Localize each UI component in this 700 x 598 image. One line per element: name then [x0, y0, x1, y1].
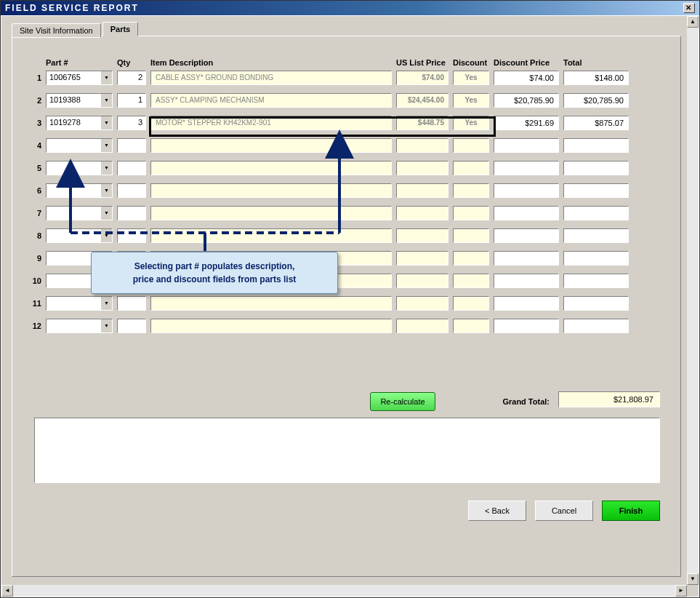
total-cell: [563, 183, 629, 198]
part-number-value: [47, 229, 100, 242]
qty-input[interactable]: 1: [117, 93, 146, 108]
part-number-dropdown[interactable]: 1019388▼: [46, 93, 113, 108]
chevron-down-icon[interactable]: ▼: [100, 207, 112, 220]
window-title: FIELD SERVICE REPORT: [5, 3, 139, 13]
part-number-value: [47, 319, 100, 332]
part-number-dropdown[interactable]: ▼: [46, 161, 113, 175]
discount-cell: [453, 228, 489, 243]
discount-cell: [453, 138, 489, 153]
part-number-dropdown[interactable]: ▼: [46, 138, 113, 153]
tabs: Site Visit Information Parts: [12, 22, 681, 36]
part-number-value: [47, 297, 100, 310]
scroll-left-button[interactable]: ◄: [1, 585, 13, 597]
scroll-up-button[interactable]: ▲: [687, 16, 699, 28]
tab-site-visit[interactable]: Site Visit Information: [12, 23, 101, 38]
row-number: 8: [27, 231, 46, 240]
discount-cell: Yes: [453, 93, 489, 108]
list-price-cell: [396, 206, 448, 220]
scroll-right-button[interactable]: ►: [675, 585, 687, 597]
part-number-dropdown[interactable]: 1019278▼: [46, 116, 113, 130]
part-number-dropdown[interactable]: ▼: [46, 319, 113, 333]
part-number-dropdown[interactable]: ▼: [46, 183, 113, 198]
table-row: 11▼: [27, 295, 666, 311]
back-button[interactable]: < Back: [468, 501, 526, 521]
discount-price-cell: [494, 319, 559, 333]
chevron-down-icon[interactable]: ▼: [100, 139, 112, 152]
qty-input[interactable]: 2: [117, 71, 146, 85]
parts-grid: Part # Qty Item Description US List Pric…: [27, 58, 666, 334]
table-row: 4▼: [27, 137, 666, 154]
discount-cell: [453, 251, 489, 266]
qty-input[interactable]: [117, 138, 146, 153]
row-number: 9: [27, 254, 46, 263]
row-number: 1: [27, 73, 46, 82]
part-number-value: 1019278: [47, 116, 100, 129]
part-number-value: 1019388: [47, 94, 100, 107]
discount-price-cell: [494, 251, 559, 266]
chevron-down-icon[interactable]: ▼: [100, 229, 112, 242]
part-number-dropdown[interactable]: ▼: [46, 296, 113, 311]
description-cell: [150, 183, 392, 198]
chevron-down-icon[interactable]: ▼: [100, 319, 112, 332]
part-number-dropdown[interactable]: 1006765▼: [46, 71, 113, 85]
header-price: US List Price: [396, 58, 453, 67]
chevron-down-icon[interactable]: ▼: [100, 94, 112, 107]
total-cell: [563, 319, 629, 333]
parts-panel: Part # Qty Item Description US List Pric…: [12, 36, 681, 577]
table-row: 8▼: [27, 228, 666, 244]
list-price-cell: $448.75: [396, 116, 448, 130]
total-cell: [563, 296, 629, 311]
part-number-dropdown[interactable]: ▼: [46, 228, 113, 243]
recalculate-button[interactable]: Re-calculate: [370, 392, 435, 411]
cancel-button[interactable]: Cancel: [535, 501, 593, 521]
chevron-down-icon[interactable]: ▼: [100, 184, 112, 197]
row-number: 3: [27, 119, 46, 127]
discount-price-cell: $74.00: [494, 71, 559, 85]
description-cell: [150, 161, 392, 175]
header-discount-price: Discount Price: [494, 58, 563, 67]
qty-input[interactable]: [117, 319, 146, 333]
qty-input[interactable]: [117, 296, 146, 311]
qty-input[interactable]: [117, 206, 146, 220]
list-price-cell: [396, 228, 448, 243]
list-price-cell: [396, 161, 448, 175]
total-cell: $20,785.90: [563, 93, 629, 108]
discount-cell: Yes: [453, 71, 489, 85]
qty-input[interactable]: [117, 161, 146, 175]
vertical-scrollbar[interactable]: [687, 28, 699, 573]
discount-price-cell: [494, 206, 559, 220]
close-icon[interactable]: ✕: [683, 3, 695, 13]
discount-cell: [453, 183, 489, 198]
part-number-dropdown[interactable]: ▼: [46, 206, 113, 220]
description-cell: CABLE ASSY* GROUND BONDING: [150, 71, 392, 85]
table-row: 5▼: [27, 160, 666, 176]
discount-price-cell: [494, 161, 559, 175]
description-cell: [150, 206, 392, 220]
discount-price-cell: [494, 228, 559, 243]
finish-button[interactable]: Finish: [602, 501, 660, 521]
part-number-value: 1006765: [47, 71, 100, 84]
diagnostic-textarea[interactable]: [34, 418, 660, 483]
row-number: 12: [27, 322, 46, 330]
chevron-down-icon[interactable]: ▼: [100, 297, 112, 310]
horizontal-scrollbar[interactable]: [13, 585, 675, 597]
description-cell: [150, 296, 392, 311]
scroll-down-button[interactable]: ▼: [687, 573, 699, 585]
header-total: Total: [563, 58, 630, 67]
list-price-cell: [396, 319, 448, 333]
discount-price-cell: [494, 274, 559, 288]
list-price-cell: [396, 296, 448, 311]
chevron-down-icon[interactable]: ▼: [100, 71, 112, 84]
tab-parts[interactable]: Parts: [102, 22, 139, 36]
qty-input[interactable]: [117, 183, 146, 198]
chevron-down-icon[interactable]: ▼: [100, 162, 112, 175]
description-cell: MOTOR* STEPPER KH42KM2-901: [150, 116, 392, 130]
row-number: 10: [27, 276, 46, 285]
callout-text: Selecting part # populates description, …: [133, 261, 297, 284]
chevron-down-icon[interactable]: ▼: [100, 116, 112, 129]
list-price-cell: [396, 251, 448, 266]
total-cell: [563, 161, 629, 175]
qty-input[interactable]: 3: [117, 116, 146, 130]
table-row: 12▼: [27, 318, 666, 334]
qty-input[interactable]: [117, 228, 146, 243]
